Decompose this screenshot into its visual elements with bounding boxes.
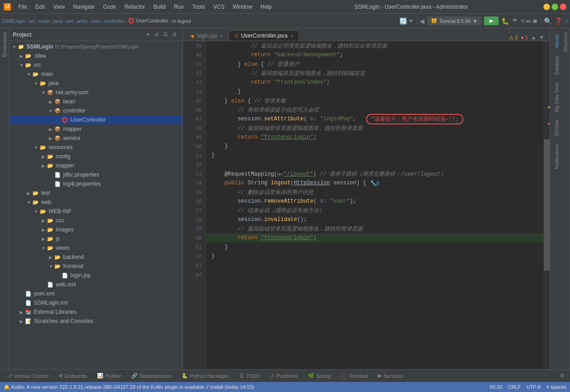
- update-btn[interactable]: ▼: [408, 18, 414, 24]
- tab-usercontroller[interactable]: C UserController.java ×: [229, 30, 299, 41]
- menu-tools[interactable]: Tools: [188, 3, 209, 11]
- tree-item-src[interactable]: ▼ 📂 src: [9, 60, 183, 70]
- maven-panel-btn[interactable]: Maven: [551, 30, 560, 51]
- menu-vcs[interactable]: VCS: [210, 3, 228, 11]
- tree-item-iml[interactable]: 📄 SSMLogin.iml: [9, 298, 183, 307]
- menu-code[interactable]: Code: [99, 3, 120, 11]
- menu-window[interactable]: Window: [229, 3, 256, 11]
- breadcrumb-java[interactable]: java: [53, 18, 62, 24]
- breadcrumb-class[interactable]: ⭕ UserController: [128, 18, 168, 24]
- bottom-tab-version-control[interactable]: ⎇ Version Control: [2, 371, 53, 380]
- tab-close-btn[interactable]: ×: [220, 33, 223, 38]
- bottom-tab-todo[interactable]: ☰ TODO: [235, 371, 265, 380]
- tab-login-jsp[interactable]: ◆ login.jsp ×: [185, 30, 229, 41]
- bottom-tab-profiler[interactable]: 📊 Profiler: [92, 371, 126, 380]
- tree-item-test[interactable]: ▶ 📂 test: [9, 188, 183, 198]
- tree-item-service[interactable]: ▶ 📦 service: [9, 134, 183, 143]
- tree-item-ssm-login[interactable]: ▼ 📁 SSMLogin D:\Projects\SpringProjects\…: [9, 42, 183, 51]
- notifications-btn[interactable]: Notifications: [551, 140, 560, 172]
- tree-item-web-inf[interactable]: ▼ 📂 WEB-INF: [9, 207, 183, 216]
- bottom-tab-endpoints[interactable]: ⊕ Endpoints: [54, 371, 91, 380]
- tree-item-web[interactable]: ▼ 📂 web: [9, 198, 183, 207]
- update-plugin-btn[interactable]: ↑: [565, 17, 568, 25]
- tree-item-usercontroller[interactable]: ⭕ UserController: [9, 115, 183, 124]
- cursor-position[interactable]: 60:33: [490, 384, 503, 390]
- line-separator[interactable]: CRLF: [508, 384, 521, 390]
- tree-item-pom[interactable]: 📄 pom.xml: [9, 289, 183, 298]
- expand-btn[interactable]: ▲: [531, 34, 536, 41]
- tree-item-mapper2[interactable]: ▶ 📂 mapper: [9, 161, 183, 170]
- collapse-all-btn[interactable]: ⊖: [152, 31, 161, 39]
- breadcrumb-ssm2[interactable]: ssm: [91, 18, 100, 24]
- code-content-area[interactable]: // 返回后台管理页面逻辑视图名，跳转到后台管理页面 return "backe…: [206, 41, 543, 369]
- sgview-btn[interactable]: SGView: [551, 116, 560, 140]
- menu-edit[interactable]: Edit: [32, 3, 48, 11]
- menu-view[interactable]: View: [49, 3, 69, 11]
- menu-build[interactable]: Build: [150, 3, 169, 11]
- tree-item-frontend[interactable]: ▼ 📂 frontend: [9, 262, 183, 271]
- bottom-tab-dependencies[interactable]: 🔗 Dependencies: [127, 371, 176, 380]
- tree-item-js[interactable]: ▶ 📂 js: [9, 234, 183, 243]
- breadcrumb-method[interactable]: m logout: [172, 18, 191, 24]
- search-btn[interactable]: 🔍: [544, 17, 552, 25]
- breadcrumb-army[interactable]: army: [76, 18, 87, 24]
- tree-item-main[interactable]: ▼ 📂 main: [9, 70, 183, 79]
- expand-all-btn[interactable]: ☰: [161, 31, 170, 39]
- tab-close-btn[interactable]: ×: [290, 33, 293, 38]
- tree-item-css[interactable]: ▶ 📂 css: [9, 216, 183, 225]
- bottom-tab-python-packages[interactable]: 🐍 Python Packages: [177, 371, 234, 380]
- tree-item-jdbc[interactable]: 📄 jdbc.properties: [9, 170, 183, 179]
- tree-item-scratches[interactable]: ▶ 📝 Scratches and Consoles: [9, 317, 183, 326]
- toolbar-extra3[interactable]: ⏹: [532, 18, 538, 24]
- tree-item-backend[interactable]: ▶ 📂 backend: [9, 252, 183, 262]
- scroll-thumb[interactable]: [544, 140, 550, 271]
- maximize-button[interactable]: □: [552, 4, 558, 10]
- run-config-selector[interactable]: 🐱 Tomcat 8.5.86 ▼: [427, 16, 481, 25]
- structure-label[interactable]: Structure: [562, 28, 569, 56]
- bottom-bar-settings[interactable]: ⚙: [556, 373, 568, 379]
- tree-item-web-xml[interactable]: 📄 web.xml: [9, 280, 183, 289]
- encoding[interactable]: UTF-8: [527, 384, 541, 390]
- menu-refactor[interactable]: Refactor: [121, 3, 149, 11]
- tree-item-images[interactable]: ▶ 📂 images: [9, 225, 183, 234]
- help-btn[interactable]: ❓: [554, 17, 562, 25]
- tree-item-login-jsp[interactable]: 📄 login.jsp: [9, 271, 183, 280]
- breadcrumb-src[interactable]: src: [28, 18, 35, 24]
- bookmarks-label[interactable]: Bookmarks: [1, 28, 8, 61]
- big-data-tools-btn[interactable]: Big Data Tools: [551, 79, 560, 116]
- database-panel-btn[interactable]: Database: [551, 52, 560, 79]
- breadcrumb-main[interactable]: main: [39, 18, 50, 24]
- tree-item-mapper[interactable]: ▶ 📦 mapper: [9, 124, 183, 134]
- tree-item-package[interactable]: ▼ 📦 net.army.ssm: [9, 88, 183, 97]
- collapse-btn[interactable]: ▼: [539, 34, 544, 41]
- tree-item-controller[interactable]: ▼ 📦 controller: [9, 106, 183, 115]
- tree-item-log4j[interactable]: 📄 log4j.properties: [9, 179, 183, 188]
- project-dropdown-icon[interactable]: ▼: [146, 32, 151, 37]
- vcs-icon[interactable]: 🔄: [399, 17, 407, 25]
- breadcrumb-controller[interactable]: controller: [104, 18, 124, 24]
- bottom-tab-terminal[interactable]: ⬛ Terminal: [336, 371, 373, 380]
- tree-item-bean[interactable]: ▶ 📦 bean: [9, 97, 183, 106]
- menu-file[interactable]: File: [15, 3, 31, 11]
- tree-item-resources[interactable]: ▼ 📂 resources: [9, 143, 183, 152]
- scrollbar-indicator[interactable]: [543, 41, 550, 369]
- tree-item-config[interactable]: ▶ 📂 config: [9, 152, 183, 161]
- debug-btn[interactable]: 🐛: [501, 17, 509, 25]
- toolbar-extra1[interactable]: ⟲: [521, 18, 525, 24]
- coverage-btn[interactable]: ☂: [512, 17, 518, 25]
- menu-run[interactable]: Run: [170, 3, 188, 11]
- breadcrumb-net[interactable]: net: [66, 18, 73, 24]
- minimize-button[interactable]: −: [543, 4, 550, 10]
- close-button[interactable]: ×: [560, 4, 566, 10]
- tree-item-ext-libs[interactable]: ▶ 📚 External Libraries: [9, 307, 183, 317]
- bottom-tab-problems[interactable]: ⚠ Problems: [266, 371, 302, 380]
- tree-item-idea[interactable]: ▶ 📂 .idea: [9, 51, 183, 60]
- breadcrumb-ssm[interactable]: SSMLogin: [2, 18, 25, 24]
- indent-info[interactable]: 4 spaces: [546, 384, 566, 390]
- menu-help[interactable]: Help: [257, 3, 275, 11]
- run-button[interactable]: ▶: [484, 16, 499, 25]
- back-btn[interactable]: ◀: [419, 17, 425, 25]
- bottom-tab-spring[interactable]: 🌿 Spring: [303, 371, 335, 380]
- tree-item-java[interactable]: ▼ 📂 java: [9, 79, 183, 88]
- toolbar-extra2[interactable]: ⏭: [526, 18, 532, 24]
